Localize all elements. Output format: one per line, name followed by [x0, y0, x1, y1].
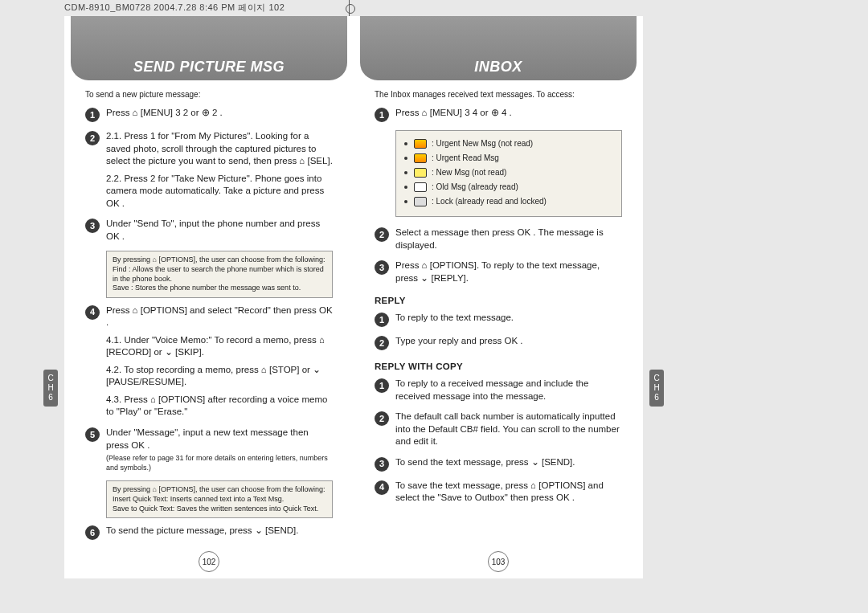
step-6: 6 To send the picture message, press ⌄ [… [85, 525, 333, 540]
page-title: INBOX [474, 59, 522, 76]
step-number-icon: 3 [375, 260, 389, 275]
step-5: 5 Under "Message", input a new text mess… [85, 427, 333, 472]
step-number-icon: 1 [375, 378, 389, 393]
legend-new: : New Msg (not read) [404, 166, 613, 179]
step-number-icon: 4 [375, 480, 389, 495]
step-3: 3 Press ⌂ [OPTIONS]. To reply to the tex… [375, 260, 622, 284]
step-number-icon: 1 [375, 313, 389, 327]
step-2: 2 Select a message then press OK . The m… [375, 227, 622, 251]
page-title: SEND PICTURE MSG [133, 59, 285, 76]
step-number-icon: 1 [375, 108, 389, 122]
reply-step-2: 2 Type your reply and press OK . [375, 335, 622, 350]
lock-icon [414, 197, 427, 206]
inbox-legend: : Urgent New Msg (not read) : Urgent Rea… [395, 130, 622, 217]
content-left: To send a new picture message: 1 Press ⌂… [85, 90, 333, 540]
header-right: INBOX [360, 16, 637, 80]
step-number-icon: 2 [375, 227, 389, 242]
step-number-icon: 4 [85, 305, 100, 320]
page-number: 103 [488, 551, 509, 572]
legend-old: : Old Msg (already read) [404, 181, 613, 194]
step-number-icon: 3 [375, 457, 389, 472]
rc-step-3: 3 To send the text message, press ⌄ [SEN… [375, 456, 622, 472]
intro-text: The Inbox manages received text messages… [375, 90, 622, 99]
rc-step-4: 4 To save the text message, press ⌂ [OPT… [375, 480, 622, 505]
print-meta-line: CDM-8910_BM0728 2004.7.28 8:46 PM 페이지 10… [64, 2, 285, 14]
page-left: SEND PICTURE MSG C H 6 To send a new pic… [64, 16, 354, 578]
page-right: INBOX C H 6 The Inbox manages received t… [354, 16, 643, 578]
legend-urgent-new: : Urgent New Msg (not read) [404, 137, 613, 150]
step-number-icon: 3 [85, 219, 100, 233]
step-3: 3 Under "Send To", input the phone numbe… [85, 218, 333, 243]
legend-lock: : Lock (already read and locked) [404, 195, 613, 208]
header-left: SEND PICTURE MSG [71, 16, 347, 80]
step-2: 2 2.1. Press 1 for "From My Pictures". L… [85, 130, 333, 210]
step-number-icon: 2 [375, 411, 389, 426]
chapter-tab-left: C H 6 [43, 370, 58, 407]
envelope-icon [414, 168, 427, 178]
step-number-icon: 2 [375, 336, 389, 350]
step-4: 4 Press ⌂ [OPTIONS] and select "Record" … [85, 304, 333, 419]
envelope-icon [414, 153, 427, 163]
legend-urgent-read: : Urgent Read Msg [404, 152, 613, 165]
options-note-2: By pressing ⌂ [OPTIONS], the user can ch… [106, 480, 333, 518]
subhead-reply: REPLY [375, 296, 622, 305]
content-right: The Inbox manages received text messages… [375, 90, 622, 505]
step-number-icon: 6 [85, 525, 100, 540]
intro-text: To send a new picture message: [85, 90, 333, 99]
rc-step-1: 1 To reply to a received message and inc… [375, 378, 622, 403]
page-number: 102 [199, 551, 219, 572]
step-number-icon: 1 [85, 108, 100, 122]
envelope-icon [414, 182, 427, 192]
chapter-tab-right: C H 6 [649, 370, 664, 407]
page-spread: SEND PICTURE MSG C H 6 To send a new pic… [64, 16, 643, 578]
subhead-reply-with-copy: REPLY WITH COPY [375, 362, 622, 371]
registration-circle [346, 4, 355, 14]
step-number-icon: 2 [85, 131, 100, 145]
step-number-icon: 5 [85, 427, 100, 442]
options-note-1: By pressing ⌂ [OPTIONS], the user can ch… [106, 251, 333, 298]
reply-step-1: 1 To reply to the text message. [375, 312, 622, 327]
step-1: 1 Press ⌂ [MENU] 3 4 or ⊕ 4 . [375, 107, 622, 122]
envelope-icon [414, 139, 427, 149]
rc-step-2: 2 The default call back number is automa… [375, 411, 622, 448]
step-1: 1 Press ⌂ [MENU] 3 2 or ⊕ 2 . [85, 107, 333, 122]
